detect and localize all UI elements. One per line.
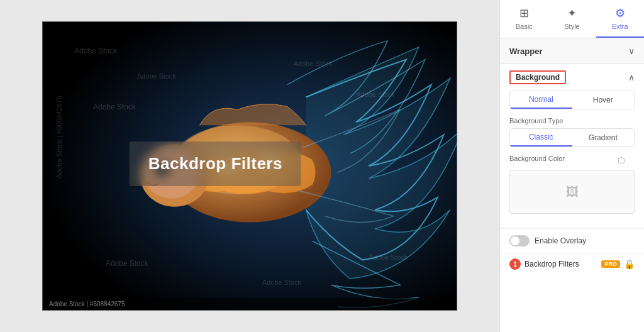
canvas-area: Adobe Stock Adobe Stock Adobe Stock Adob… [0, 0, 499, 332]
tab-extra[interactable]: ⚙ Extra [596, 0, 644, 38]
overlay-text: Backdrop Filters [148, 154, 282, 173]
svg-text:Adobe Stock: Adobe Stock [106, 259, 148, 268]
overlay-toggle[interactable] [509, 235, 530, 246]
background-chevron: ∧ [628, 72, 635, 82]
style-label: Style [564, 23, 579, 30]
classic-button[interactable]: Classic [510, 129, 572, 147]
panel-content: Wrapper ∨ Background ∧ Normal Hover Back… [500, 38, 644, 332]
stock-id-text: Adobe Stock | #608842675 [49, 301, 125, 307]
image-container: Adobe Stock Adobe Stock Adobe Stock Adob… [42, 21, 457, 311]
svg-text:Adobe Stock: Adobe Stock [294, 60, 333, 67]
normal-button[interactable]: Normal [510, 91, 572, 109]
tab-basic[interactable]: ⊞ Basic [500, 0, 548, 38]
overlay-label: Enable Overlay [535, 236, 586, 245]
backdrop-filters-row: 1 Backdrop Filters PRO 🔒 [500, 253, 644, 275]
wrapper-section-header[interactable]: Wrapper ∨ [500, 38, 644, 64]
image-picker-icon: 🖼 [566, 185, 579, 199]
fish-background: Adobe Stock Adobe Stock Adobe Stock Adob… [43, 22, 457, 310]
wrapper-title: Wrapper [509, 47, 543, 56]
svg-text:Adobe Stock | #608842675: Adobe Stock | #608842675 [55, 96, 63, 179]
wrapper-chevron: ∨ [628, 46, 635, 56]
lock-icon: 🔒 [624, 259, 635, 269]
basic-label: Basic [516, 23, 533, 30]
tab-style[interactable]: ✦ Style [548, 0, 596, 38]
right-panel: ⊞ Basic ✦ Style ⚙ Extra Wrapper ∨ Backgr… [499, 0, 644, 332]
bg-type-toggle: Classic Gradient [509, 128, 635, 147]
bg-color-label: Background Color [509, 155, 565, 162]
backdrop-badge: 1 [509, 258, 521, 270]
svg-text:Adobe Stock: Adobe Stock [262, 279, 302, 286]
bg-type-label: Background Type [509, 117, 635, 124]
subsection-header: Background ∧ [509, 70, 635, 84]
color-picker-area[interactable]: 🖼 [509, 170, 635, 214]
tabs-row: ⊞ Basic ✦ Style ⚙ Extra [500, 0, 644, 38]
basic-icon: ⊞ [519, 6, 529, 20]
background-label: Background [509, 70, 566, 84]
extra-icon: ⚙ [615, 6, 625, 20]
svg-text:Adobe Stock: Adobe Stock [74, 47, 117, 55]
svg-text:Adobe Stock: Adobe Stock [356, 91, 396, 98]
svg-text:Adobe Stock: Adobe Stock [369, 253, 408, 261]
backdrop-filter-overlay: Backdrop Filters [130, 141, 301, 186]
overlay-row: Enable Overlay [500, 228, 644, 253]
normal-hover-toggle: Normal Hover [509, 91, 635, 109]
svg-text:Adobe Stock: Adobe Stock [137, 72, 177, 80]
color-swatch-icon[interactable]: ⬡ [618, 155, 625, 165]
backdrop-label[interactable]: Backdrop Filters [525, 260, 597, 268]
svg-text:Adobe Stock: Adobe Stock [93, 102, 136, 111]
bg-color-row: Background Color ⬡ [509, 155, 635, 166]
extra-label: Extra [612, 23, 628, 30]
watermark-bar: Adobe Stock | #608842675 [43, 298, 457, 310]
style-icon: ✦ [567, 6, 577, 20]
background-subsection: Background ∧ Normal Hover Background Typ… [500, 64, 644, 228]
pro-badge: PRO [601, 260, 620, 268]
hover-button[interactable]: Hover [572, 91, 635, 109]
gradient-button[interactable]: Gradient [572, 129, 635, 147]
